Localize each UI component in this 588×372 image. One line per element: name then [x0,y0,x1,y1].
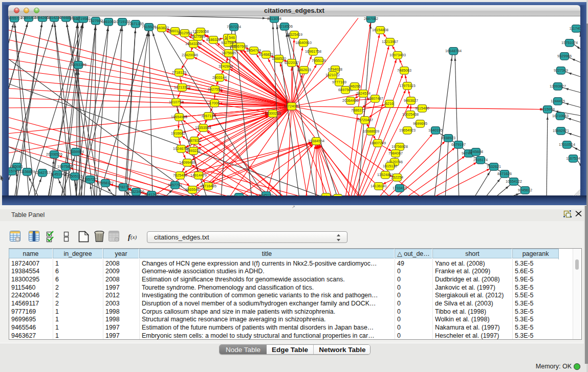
svg-text:9845120: 9845120 [259,192,273,195]
svg-text:5493222: 5493222 [186,148,201,152]
svg-text:10654122: 10654122 [506,179,522,183]
svg-text:7663822: 7663822 [155,25,169,30]
svg-text:1733416: 1733416 [393,185,407,190]
svg-text:7984067: 7984067 [388,150,403,155]
svg-text:1621072: 1621072 [325,72,340,77]
svg-text:15692971: 15692971 [553,128,569,133]
svg-text:17957225: 17957225 [82,177,98,181]
svg-text:12505115: 12505115 [67,173,82,178]
svg-text:19654923: 19654923 [399,127,416,132]
svg-text:6794028: 6794028 [328,67,342,71]
svg-text:9777169: 9777169 [319,194,333,195]
svg-text:20053346: 20053346 [70,62,86,67]
svg-text:19975857: 19975857 [57,164,74,168]
svg-text:252254: 252254 [391,174,403,179]
svg-text:1527602: 1527602 [89,18,103,23]
svg-text:7632621: 7632621 [487,164,501,168]
svg-text:14136141: 14136141 [371,183,387,188]
svg-text:13226058: 13226058 [192,29,209,33]
svg-text:14099489: 14099489 [179,160,195,164]
svg-text:6322037: 6322037 [285,60,299,64]
svg-text:9465546: 9465546 [185,187,200,191]
svg-text:9457791: 9457791 [168,182,182,187]
svg-text:9641202: 9641202 [144,192,159,195]
svg-text:3242848: 3242848 [219,63,233,68]
svg-text:3824514: 3824514 [356,91,371,95]
svg-text:9427552: 9427552 [208,86,222,91]
svg-text:6879197: 6879197 [451,142,466,146]
svg-text:1588520: 1588520 [272,56,286,60]
svg-text:12213303: 12213303 [174,84,190,89]
svg-text:9245608: 9245608 [469,149,483,154]
svg-text:2367608: 2367608 [233,43,248,48]
svg-text:16210643: 16210643 [552,113,569,118]
svg-text:10025438: 10025438 [402,112,419,116]
svg-text:17006: 17006 [209,100,220,105]
svg-text:17975115: 17975115 [399,83,415,87]
svg-text:18807249: 18807249 [369,140,386,145]
svg-text:9146821: 9146821 [259,52,273,56]
svg-text:8186328: 8186328 [206,37,221,41]
svg-text:9227349: 9227349 [554,68,568,72]
svg-text:887833: 887833 [188,138,201,142]
svg-text:13325419: 13325419 [286,32,302,36]
svg-text:1916682: 1916682 [171,130,185,135]
svg-text:9699695: 9699695 [413,121,427,125]
svg-text:22420046: 22420046 [182,52,198,57]
svg-text:17359924: 17359924 [68,149,84,154]
svg-text:18724007: 18724007 [284,103,300,108]
svg-text:2803144: 2803144 [212,75,227,79]
svg-text:2718129: 2718129 [172,70,186,74]
svg-text:18300295: 18300295 [265,111,281,115]
svg-text:11156829: 11156829 [19,169,35,173]
svg-text:10688609: 10688609 [363,128,379,133]
svg-text:16961758: 16961758 [305,49,321,53]
svg-text:1615132: 1615132 [383,163,397,168]
svg-text:1244415: 1244415 [551,98,565,103]
svg-text:10958127: 10958127 [97,180,114,185]
svg-text:8471626: 8471626 [497,171,512,176]
svg-text:3915741: 3915741 [9,168,19,173]
svg-text:7515526: 7515526 [142,24,156,29]
svg-text:9463627: 9463627 [404,98,418,102]
svg-text:14914479: 14914479 [190,172,207,177]
svg-text:7886372: 7886372 [351,107,365,112]
svg-text:12093827: 12093827 [550,83,566,88]
svg-text:16154808: 16154808 [372,27,388,32]
svg-text:19654985: 19654985 [171,114,187,119]
svg-text:15751074: 15751074 [561,40,578,45]
svg-text:(x): (x) [130,234,137,240]
svg-text:12942717: 12942717 [34,170,51,174]
svg-text:12213967: 12213967 [382,39,398,43]
svg-text:8813054: 8813054 [267,16,281,21]
svg-text:1640195: 1640195 [428,127,443,132]
svg-text:2935174: 2935174 [473,157,488,162]
svg-text:6461002: 6461002 [101,19,116,24]
svg-text:7955126: 7955126 [312,58,326,62]
svg-text:1362615: 1362615 [297,67,311,72]
svg-text:1117404: 1117404 [570,26,580,30]
svg-text:3912954: 3912954 [178,30,192,35]
svg-text:19384554: 19384554 [308,138,324,143]
svg-text:11353584: 11353584 [195,125,211,129]
svg-text:1145194: 1145194 [50,171,64,176]
svg-text:16543362: 16543362 [185,41,202,46]
svg-text:2687082: 2687082 [364,16,378,21]
svg-text:6216: 6216 [385,101,394,105]
svg-text:10973493: 10973493 [389,52,406,57]
svg-text:16648784: 16648784 [445,48,462,53]
svg-text:12323406: 12323406 [128,189,144,193]
svg-text:7485063: 7485063 [397,68,411,72]
svg-text:20206576: 20206576 [46,151,62,156]
svg-text:17010514: 17010514 [559,142,575,146]
svg-text:746266: 746266 [349,83,361,88]
svg-text:18640910: 18640910 [295,40,312,45]
svg-text:19218506: 19218506 [276,24,293,28]
svg-text:546: 546 [229,35,235,39]
svg-text:1010753: 1010753 [169,99,183,104]
svg-text:7357224: 7357224 [227,24,241,29]
svg-text:9115460: 9115460 [415,105,429,110]
svg-text:15720407: 15720407 [357,117,373,122]
svg-text:9777169: 9777169 [332,79,346,84]
svg-text:10807487: 10807487 [367,96,383,100]
